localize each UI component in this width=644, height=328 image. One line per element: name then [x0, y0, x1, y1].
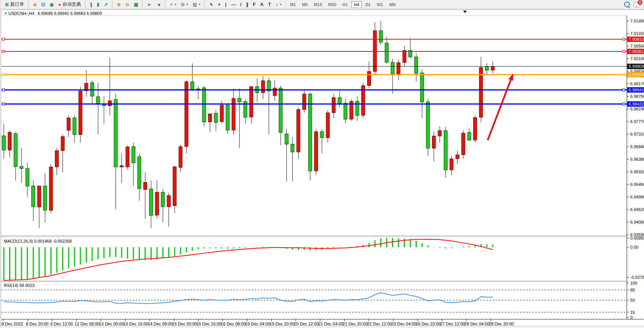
- candle-body: [397, 62, 400, 74]
- timeframe-d1[interactable]: D1: [363, 1, 373, 8]
- auto-scroll-button[interactable]: ►: [145, 2, 154, 8]
- trendline-button[interactable]: /: [238, 2, 243, 8]
- price-axis-label: 6.95920: [630, 170, 644, 174]
- zoom-in-button[interactable]: ⊕: [115, 2, 123, 8]
- signals-button[interactable]: ◉: [48, 2, 55, 8]
- support-line-2-price-tag-label: 6.98422: [629, 102, 644, 106]
- text-label-button[interactable]: T: [266, 2, 273, 8]
- candle-body: [467, 133, 471, 140]
- cursor-icon: ↖: [209, 2, 213, 7]
- chart-window: 7.014907.010207.005607.001006.996306.991…: [1, 10, 644, 326]
- auto-trading-button[interactable]: ●自动交易: [56, 0, 83, 8]
- templates-button[interactable]: ▤▾: [191, 2, 202, 8]
- channel-button[interactable]: ∥: [244, 2, 250, 8]
- candle-body: [338, 98, 341, 103]
- candlestick-chart-button[interactable]: ▮: [95, 2, 101, 8]
- chart-svg: 7.014907.010207.005607.001006.996306.991…: [1, 10, 644, 326]
- add-indicator-icon: +: [170, 2, 173, 7]
- timeframe-mn[interactable]: MN: [387, 1, 398, 8]
- resistance-line-1-handle[interactable]: [623, 38, 625, 40]
- candle-body: [196, 89, 200, 89]
- timeframe-m1[interactable]: M1: [287, 1, 299, 8]
- candle-body: [67, 118, 70, 130]
- toolbar: ⊞新订单◆⊡◉●自动交易∥▮↗⊕⊖▦►◄+▾⊙▾▤▾↖+|—/∥FAT↕▾ M1…: [0, 0, 644, 9]
- signals-icon: ◉: [50, 2, 53, 7]
- line-chart-button[interactable]: ↗: [102, 2, 110, 8]
- timeframe-m5[interactable]: M5: [299, 1, 310, 8]
- tile-windows-icon: ▦: [134, 2, 138, 7]
- line-chart-icon: ↗: [104, 2, 108, 7]
- timeframe-w1[interactable]: W1: [374, 1, 386, 8]
- candle-body: [220, 105, 223, 122]
- auto-trading-button-label: 自动交易: [63, 1, 81, 8]
- ohlc-readout: 6.99685 6.99941 6.99683 6.99809: [38, 11, 102, 16]
- orange-level-line-handle[interactable]: [623, 74, 625, 76]
- arrows-button[interactable]: ↕▾: [274, 2, 283, 8]
- fibonacci-icon: F: [253, 2, 255, 7]
- resistance-line-2-handle[interactable]: [2, 50, 5, 53]
- status-bar: [0, 326, 644, 328]
- candle-body: [238, 98, 241, 102]
- new-order-icon: ⊞: [5, 2, 9, 7]
- candle-body: [456, 155, 459, 159]
- candle-body: [285, 134, 288, 144]
- cursor-button[interactable]: ↖: [207, 2, 215, 8]
- macd-indicator-label: MACD(12,26,9) 0.001468 -0.002268: [4, 239, 72, 243]
- candle-body: [161, 192, 165, 206]
- vertical-line-button[interactable]: |: [223, 2, 228, 8]
- rsi-axis-label: 100: [630, 281, 637, 285]
- chevron-down-icon: ▾: [280, 3, 281, 6]
- rsi-axis-label: 50: [630, 298, 635, 302]
- resistance-line-2-price-tag-label: 7.00361: [629, 49, 644, 54]
- chevron-down-icon: ▾: [186, 3, 188, 6]
- candle-body: [173, 166, 177, 205]
- orange-level-line-handle[interactable]: [2, 74, 5, 76]
- text-button[interactable]: A: [259, 2, 266, 8]
- support-line-2-handle[interactable]: [623, 103, 625, 105]
- macd-axis-label: -0.027813: [630, 275, 644, 280]
- fibonacci-button[interactable]: F: [251, 2, 257, 8]
- market-watch-button[interactable]: ⊡: [39, 2, 47, 8]
- profile-button[interactable]: ◆: [31, 2, 39, 8]
- tile-windows-button[interactable]: ▦: [132, 2, 140, 8]
- bar-chart-icon: ∥: [90, 2, 92, 7]
- resistance-line-2-handle[interactable]: [623, 50, 625, 53]
- support-line-1-handle[interactable]: [2, 89, 5, 91]
- support-line-2-handle[interactable]: [2, 103, 5, 105]
- support-line-1-handle[interactable]: [623, 89, 625, 91]
- timeframe-h4[interactable]: H4: [351, 1, 362, 8]
- trend-arrow-annotation[interactable]: [488, 74, 513, 140]
- resistance-line-1-handle[interactable]: [2, 38, 5, 40]
- crosshair-icon: +: [218, 2, 221, 7]
- candle-body: [96, 97, 100, 104]
- current-price-line-price-tag-label: 6.99809: [629, 64, 644, 69]
- price-axis-label: 7.00100: [630, 56, 644, 61]
- candle-body: [314, 132, 318, 171]
- timeframe-m15[interactable]: M15: [311, 1, 324, 8]
- candle-body: [438, 131, 442, 136]
- price-axis-label: 6.94520: [630, 207, 644, 212]
- search-icon[interactable]: [624, 2, 630, 7]
- new-order-button[interactable]: ⊞新订单: [3, 0, 26, 8]
- candle-body: [297, 109, 300, 152]
- orange-level-line-price-tag-label: 6.99504: [629, 72, 644, 77]
- crosshair-button[interactable]: +: [216, 2, 223, 8]
- indicators-button[interactable]: +▾: [168, 2, 178, 8]
- timeframe-h1[interactable]: H1: [340, 1, 350, 8]
- chart-shift-marker-icon[interactable]: [463, 11, 467, 13]
- panel-splitter[interactable]: [1, 236, 627, 237]
- panel-splitter[interactable]: [1, 281, 627, 282]
- candle-body: [232, 98, 235, 130]
- timeframe-m30[interactable]: M30: [326, 1, 339, 8]
- chat-icon[interactable]: 1: [634, 2, 640, 7]
- channel-icon: ∥: [246, 2, 248, 7]
- bar-chart-button[interactable]: ∥: [88, 2, 94, 8]
- horizontal-line-button[interactable]: —: [229, 2, 238, 8]
- candle-body: [155, 192, 159, 215]
- collapse-triangle-icon[interactable]: ▼: [4, 12, 7, 15]
- periods-button[interactable]: ⊙▾: [179, 2, 190, 8]
- zoom-out-button[interactable]: ⊖: [124, 2, 131, 8]
- candle-body: [226, 105, 230, 130]
- arrows-icon: ↕: [276, 2, 278, 7]
- chart-shift-button[interactable]: ◄: [154, 2, 163, 8]
